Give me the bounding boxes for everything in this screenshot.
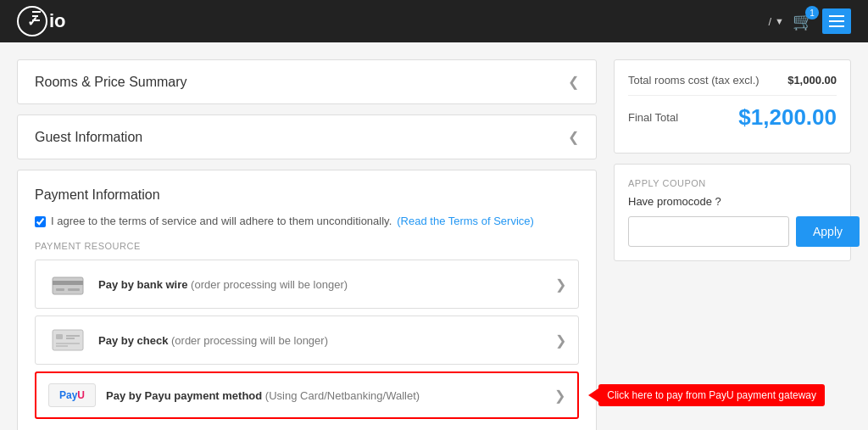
- menu-bar-1: [829, 15, 844, 17]
- svg-rect-1: [53, 281, 83, 285]
- bank-wire-icon: [47, 271, 88, 298]
- menu-bar-3: [829, 25, 844, 27]
- terms-text: I agree to the terms of service and will…: [51, 215, 392, 227]
- dropdown-icon: ▼: [775, 16, 784, 26]
- promo-text: Have promocode ?: [628, 195, 837, 208]
- payu-row-container: PayU Pay by Payu payment method (Using C…: [35, 371, 579, 419]
- guest-chevron-icon: ❮: [568, 129, 579, 145]
- payu-label: Pay by Payu payment method (Using Card/N…: [106, 389, 420, 402]
- check-label: Pay by check (order processing will be l…: [98, 334, 328, 347]
- final-total-row: Final Total $1,200.00: [628, 104, 837, 131]
- payu-chevron-icon: ❯: [554, 388, 565, 404]
- check-method[interactable]: Pay by check (order processing will be l…: [35, 316, 579, 365]
- annotation-text: Click here to pay from PayU payment gate…: [598, 384, 825, 406]
- right-column: Total rooms cost (tax excl.) $1,000.00 F…: [614, 59, 851, 430]
- payment-methods-list: Pay by bank wire (order processing will …: [35, 260, 579, 419]
- guest-information-panel: Guest Information ❮: [17, 114, 597, 159]
- logo-icon: ✓: [17, 6, 47, 36]
- bank-wire-chevron-icon: ❯: [555, 276, 566, 293]
- payment-information-panel: Payment Information I agree to the terms…: [17, 170, 597, 430]
- hamburger-menu-button[interactable]: [822, 8, 851, 34]
- apply-coupon-button[interactable]: Apply: [796, 216, 860, 247]
- coupon-box: APPLY COUPON Have promocode ? Apply: [614, 164, 851, 261]
- rooms-cost-row: Total rooms cost (tax excl.) $1,000.00: [628, 74, 837, 87]
- bank-wire-label: Pay by bank wire (order processing will …: [98, 278, 348, 291]
- guest-information-title: Guest Information: [35, 130, 142, 145]
- logo-text: io: [49, 10, 66, 32]
- check-icon: [47, 327, 88, 354]
- rooms-price-summary-panel: Rooms & Price Summary ❮: [17, 59, 597, 104]
- rooms-price-summary-header[interactable]: Rooms & Price Summary ❮: [18, 60, 596, 103]
- final-total-value: $1,200.00: [738, 104, 837, 131]
- svg-rect-4: [53, 330, 83, 350]
- bank-wire-method-left: Pay by bank wire (order processing will …: [47, 271, 348, 298]
- coupon-row: Apply: [628, 216, 837, 247]
- main-container: Rooms & Price Summary ❮ Guest Informatio…: [0, 42, 868, 430]
- svg-rect-2: [56, 288, 64, 291]
- check-chevron-icon: ❯: [555, 332, 566, 349]
- rooms-price-summary-title: Rooms & Price Summary: [35, 75, 187, 90]
- coupon-input[interactable]: [628, 216, 789, 247]
- payu-annotation: Click here to pay from PayU payment gate…: [588, 384, 825, 406]
- header-right: / ▼ 🛒 1: [768, 8, 851, 34]
- svg-rect-5: [56, 334, 63, 339]
- rooms-cost-value: $1,000.00: [787, 74, 837, 87]
- price-divider: [628, 95, 837, 96]
- payu-method-left: PayU Pay by Payu payment method (Using C…: [48, 383, 420, 407]
- rooms-chevron-icon: ❮: [568, 74, 579, 90]
- check-method-left: Pay by check (order processing will be l…: [47, 327, 328, 354]
- payment-information-title: Payment Information: [35, 187, 579, 203]
- terms-link[interactable]: (Read the Terms of Service): [397, 215, 534, 227]
- price-summary-box: Total rooms cost (tax excl.) $1,000.00 F…: [614, 59, 851, 154]
- payu-method[interactable]: PayU Pay by Payu payment method (Using C…: [35, 371, 579, 419]
- payu-icon: PayU: [48, 383, 96, 407]
- guest-information-header[interactable]: Guest Information ❮: [18, 115, 596, 159]
- cart-badge: 1: [805, 6, 819, 20]
- annotation-arrow: [588, 388, 598, 402]
- payment-resource-label: PAYMENT RESOURCE: [35, 241, 579, 251]
- menu-bar-2: [829, 20, 844, 22]
- coupon-section-label: APPLY COUPON: [628, 178, 837, 188]
- user-menu[interactable]: / ▼: [768, 15, 784, 28]
- left-column: Rooms & Price Summary ❮ Guest Informatio…: [17, 59, 597, 430]
- terms-checkbox[interactable]: [35, 216, 46, 227]
- logo: ✓ io: [17, 6, 66, 36]
- header: ✓ io / ▼ 🛒 1: [0, 0, 868, 42]
- cart-icon[interactable]: 🛒 1: [793, 11, 814, 31]
- user-label: /: [768, 15, 771, 28]
- final-total-label: Final Total: [628, 111, 678, 124]
- rooms-cost-label: Total rooms cost (tax excl.): [628, 74, 760, 87]
- svg-rect-3: [68, 288, 80, 291]
- svg-rect-0: [53, 277, 83, 294]
- bank-wire-method[interactable]: Pay by bank wire (order processing will …: [35, 260, 579, 309]
- terms-line: I agree to the terms of service and will…: [35, 215, 579, 227]
